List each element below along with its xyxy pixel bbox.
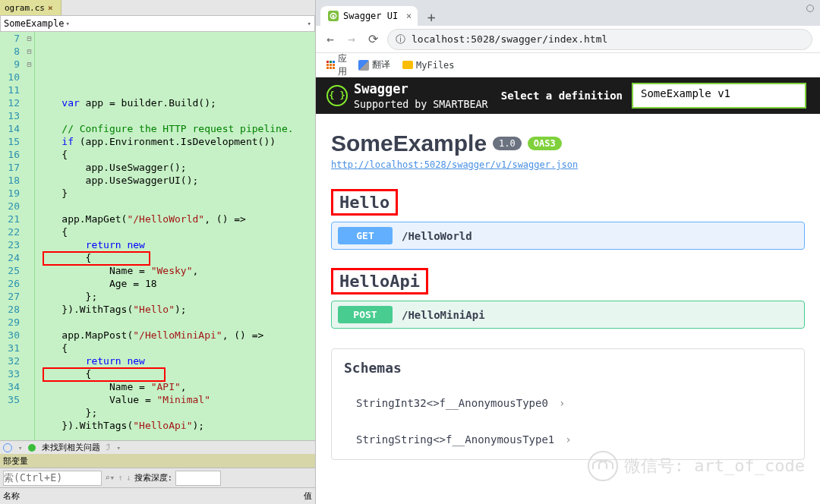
line-number: 29 — [0, 316, 20, 329]
vs-col-name[interactable]: 名称 — [3, 490, 20, 502]
code-line[interactable] — [38, 432, 315, 440]
vs-tab-filename: ogram.cs — [5, 3, 45, 13]
minimize-icon[interactable] — [806, 5, 814, 12]
nav-back-button[interactable]: ← — [323, 33, 337, 46]
bookmark-myfiles[interactable]: MyFiles — [402, 60, 455, 71]
code-line[interactable]: { — [38, 367, 315, 380]
brush-icon[interactable]: ℐ — [106, 443, 110, 452]
http-method-badge: POST — [338, 306, 393, 323]
code-line[interactable]: var app = builder.Build(); — [38, 96, 315, 109]
code-line[interactable] — [38, 316, 315, 329]
chevron-down-icon[interactable]: ▾ — [308, 20, 311, 27]
address-bar[interactable]: ⓘ localhost:5028/swagger/index.html — [387, 29, 812, 50]
line-number: 25 — [0, 264, 20, 277]
apps-button[interactable]: 应用 — [326, 52, 346, 78]
arrow-down-icon[interactable]: ↓ — [126, 473, 131, 483]
line-number: 26 — [0, 277, 20, 290]
new-tab-button[interactable]: + — [422, 8, 440, 26]
fold-toggle[interactable]: ⊟ — [24, 58, 34, 71]
reload-button[interactable]: ⟳ — [366, 33, 380, 46]
api-title: SomeExample — [331, 131, 487, 156]
info-circle-icon[interactable] — [3, 443, 12, 452]
line-number: 33 — [0, 367, 20, 380]
vs-depth-input[interactable] — [175, 471, 221, 486]
code-line[interactable]: { — [38, 148, 315, 161]
code-line[interactable]: return new — [38, 238, 315, 251]
code-editor[interactable]: 7891011121314151617181920212223242526272… — [0, 32, 315, 440]
operation-row[interactable]: POST /HelloMiniApi — [331, 301, 805, 329]
swagger-json-link[interactable]: http://localhost:5028/swagger/v1/swagger… — [331, 159, 578, 170]
code-line[interactable]: }; — [38, 406, 315, 419]
vs-locals-header[interactable]: 部变量 — [0, 454, 315, 468]
close-tab-icon[interactable]: × — [406, 11, 412, 21]
code-line[interactable] — [38, 200, 315, 213]
code-line[interactable]: }; — [38, 290, 315, 303]
operation-row[interactable]: GET /HelloWorld — [331, 222, 805, 250]
swagger-brackets-icon: { } — [326, 85, 348, 106]
code-line[interactable]: app.MapPost("/HelloMiniApi", () => — [38, 329, 315, 342]
chevron-right-icon: › — [565, 433, 571, 446]
line-number: 22 — [0, 225, 20, 238]
code-line[interactable]: Age = 18 — [38, 277, 315, 290]
code-line[interactable]: app.UseSwagger(); — [38, 161, 315, 174]
api-title-row: SomeExample 1.0 OAS3 — [331, 131, 805, 156]
url-text: localhost:5028/swagger/index.html — [412, 33, 607, 45]
code-line[interactable]: // Configure the HTTP request pipeline. — [38, 122, 315, 135]
code-line[interactable]: Name = "Wesky", — [38, 264, 315, 277]
definition-label: Select a definition — [501, 90, 623, 102]
line-number: 23 — [0, 238, 20, 251]
window-controls — [806, 5, 814, 12]
schema-item[interactable]: StringInt32<>f__AnonymousType0 › — [344, 385, 792, 421]
nav-forward-button[interactable]: → — [345, 33, 358, 46]
operation-path: /HelloMiniApi — [402, 309, 485, 321]
schemas-heading: Schemas — [344, 360, 792, 376]
line-number: 14 — [0, 122, 20, 135]
line-number: 7 — [0, 32, 20, 45]
code-line[interactable]: app.UseSwaggerUI(); — [38, 174, 315, 187]
code-line[interactable]: }).WithTags("HelloApi"); — [38, 419, 315, 432]
code-line[interactable] — [38, 83, 315, 96]
line-number: 30 — [0, 329, 20, 342]
vs-search-input[interactable] — [3, 471, 102, 486]
code-line[interactable]: { — [38, 225, 315, 238]
code-line[interactable]: Value = "Minimal" — [38, 393, 315, 406]
tag-heading[interactable]: HelloApi — [331, 268, 805, 295]
fold-toggle[interactable]: ⊟ — [24, 45, 34, 58]
line-number: 9 — [0, 58, 20, 71]
chevron-down-icon[interactable]: ▾ — [65, 20, 69, 27]
schema-item[interactable]: StringString<>f__AnonymousType1 › — [344, 421, 792, 458]
code-line[interactable]: app.MapGet("/HelloWorld", () => — [38, 213, 315, 225]
definition-select[interactable]: SomeExample v1 — [632, 83, 806, 109]
search-dropdown-icon[interactable]: ⌕▾ — [105, 473, 115, 483]
arrow-up-icon[interactable]: ↑ — [118, 473, 123, 483]
browser-tab[interactable]: ⦿ Swagger UI × — [320, 6, 418, 26]
code-line[interactable]: }).WithTags("Hello"); — [38, 303, 315, 316]
schemas-section[interactable]: Schemas StringInt32<>f__AnonymousType0 ›… — [331, 348, 805, 460]
tag-heading[interactable]: Hello — [331, 189, 805, 216]
bookmark-translate[interactable]: 翻译 — [358, 58, 390, 71]
vs-col-value[interactable]: 值 — [304, 490, 312, 502]
vs-depth-label: 搜索深度: — [134, 472, 173, 484]
code-line[interactable]: Name = "API", — [38, 380, 315, 393]
code-line[interactable] — [38, 109, 315, 122]
code-line[interactable]: return new — [38, 354, 315, 367]
site-info-icon[interactable]: ⓘ — [396, 33, 405, 46]
line-number: 17 — [0, 161, 20, 174]
code-line[interactable]: } — [38, 187, 315, 200]
code-line[interactable]: if (app.Environment.IsDevelopment()) — [38, 135, 315, 148]
line-number: 16 — [0, 148, 20, 161]
version-badge: 1.0 — [493, 137, 522, 150]
close-tab-icon[interactable]: × — [48, 3, 53, 13]
line-number: 18 — [0, 174, 20, 187]
vs-tab-strip: ogram.cs × — [0, 0, 315, 15]
swagger-favicon-icon: ⦿ — [328, 11, 339, 21]
vs-active-tab[interactable]: ogram.cs × — [0, 0, 62, 15]
swagger-topbar: { } Swagger Supported by SMARTBEAR Selec… — [316, 77, 820, 114]
fold-toggle[interactable]: ⊟ — [24, 32, 34, 45]
code-line[interactable]: { — [38, 251, 315, 264]
vs-breadcrumb[interactable]: SomeExample — [4, 18, 64, 29]
line-number: 10 — [0, 71, 20, 83]
code-line[interactable]: { — [38, 342, 315, 354]
dropdown-arrow-icon[interactable]: ▾ — [18, 444, 22, 452]
dropdown-arrow-icon[interactable]: ▾ — [116, 444, 120, 452]
